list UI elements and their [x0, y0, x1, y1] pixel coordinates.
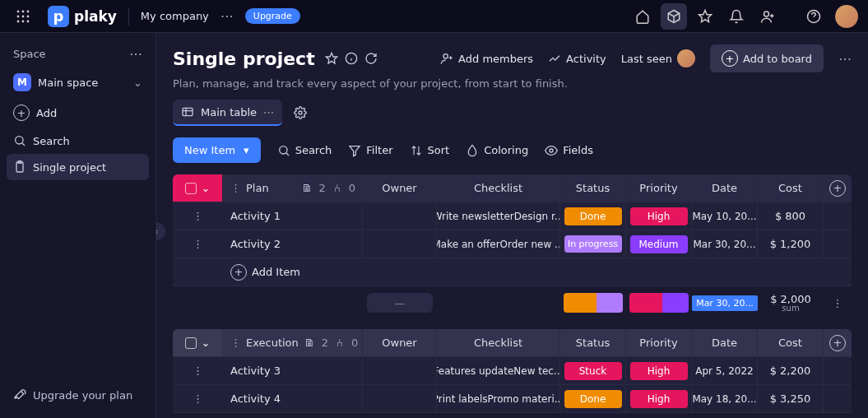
toolbar-filter[interactable]: Filter	[348, 144, 392, 157]
group-select[interactable]: ⌄	[173, 174, 222, 202]
cell-checklist[interactable]: Write newsletterDesign r...	[437, 202, 560, 230]
new-item-button[interactable]: New Item ▾	[173, 137, 261, 163]
plus-icon: +	[230, 264, 247, 281]
refresh-icon[interactable]	[364, 52, 378, 65]
item-name[interactable]: Activity 4	[222, 385, 363, 412]
sidebar-item-project[interactable]: Single project	[7, 154, 149, 180]
sidebar-menu-icon[interactable]: ⋯	[129, 46, 142, 62]
bell-icon[interactable]	[723, 3, 750, 30]
table-row[interactable]: ⋮ Activity 4 Print labelsPromo materi...…	[173, 385, 852, 413]
col-date[interactable]: Date	[692, 174, 758, 202]
col-status[interactable]: Status	[560, 329, 626, 356]
col-priority[interactable]: Priority	[626, 329, 692, 356]
item-name[interactable]: Activity 2	[222, 230, 363, 258]
sidebar-collapse-button[interactable]: ‹	[156, 222, 165, 240]
col-plan[interactable]: ⋮Plan🗎2⑃0	[222, 174, 363, 202]
cell-owner[interactable]	[363, 202, 437, 230]
settings-icon[interactable]	[294, 106, 307, 119]
star-outline-icon[interactable]	[325, 52, 338, 65]
cell-cost[interactable]: $ 1,200	[758, 230, 824, 258]
col-execution[interactable]: ⋮Execution🗎2⑃0	[222, 329, 363, 356]
sidebar-upgrade[interactable]: Upgrade your plan	[7, 380, 149, 410]
cube-icon[interactable]	[661, 3, 687, 30]
cell-status[interactable]: In progress	[560, 230, 626, 258]
cell-priority[interactable]: Medium	[626, 230, 692, 258]
last-seen-avatar	[677, 49, 695, 67]
toolbar-search[interactable]: Search	[277, 144, 332, 157]
cell-date[interactable]: May 10, 20...	[692, 202, 758, 230]
svg-point-2	[27, 10, 30, 12]
toolbar-fields[interactable]: Fields	[545, 144, 593, 157]
toolbar-sort[interactable]: Sort	[410, 144, 450, 157]
help-icon[interactable]	[801, 3, 827, 30]
add-column-button[interactable]: +	[824, 174, 852, 202]
toolbar-coloring[interactable]: Coloring	[466, 144, 528, 157]
invite-icon[interactable]	[754, 3, 781, 30]
row-menu-icon[interactable]: ⋮	[186, 365, 210, 377]
cell-cost[interactable]: $ 3,250	[758, 385, 824, 412]
table-row[interactable]: ⋮ Activity 1 Write newsletterDesign r...…	[173, 202, 852, 230]
cell-checklist[interactable]: Features updateNew tec...	[437, 357, 560, 384]
cell-cost[interactable]: $ 2,200	[758, 357, 824, 384]
cell-priority[interactable]: High	[626, 202, 692, 230]
avatar[interactable]	[835, 5, 858, 28]
col-checklist[interactable]: Checklist	[437, 329, 560, 356]
board-menu-icon[interactable]: ⋯	[838, 51, 852, 67]
cell-date[interactable]: Mar 30, 20...	[692, 230, 758, 258]
row-menu-icon[interactable]: ⋮	[186, 238, 210, 250]
home-icon[interactable]	[629, 3, 656, 30]
cell-cost[interactable]: $ 800	[758, 202, 824, 230]
company-name[interactable]: My company	[141, 10, 209, 22]
cell-owner[interactable]	[363, 357, 437, 384]
chevron-down-icon[interactable]: ⌄	[202, 337, 211, 349]
company-menu-icon[interactable]: ⋯	[220, 8, 234, 24]
last-seen[interactable]: Last seen	[621, 49, 695, 67]
upgrade-button[interactable]: Upgrade	[245, 8, 300, 24]
sidebar-search-label: Search	[33, 135, 70, 147]
add-to-board-button[interactable]: + Add to board	[710, 44, 824, 72]
item-name[interactable]: Activity 3	[222, 357, 363, 384]
summary-menu-icon[interactable]: ⋮	[826, 297, 850, 309]
col-date[interactable]: Date	[692, 329, 758, 356]
col-cost[interactable]: Cost	[758, 329, 824, 356]
cell-priority[interactable]: High	[626, 357, 692, 384]
cell-checklist[interactable]: Print labelsPromo materi...	[437, 385, 560, 412]
cell-owner[interactable]	[363, 385, 437, 412]
activity-icon	[548, 52, 561, 65]
col-status[interactable]: Status	[560, 174, 626, 202]
tab-main-table[interactable]: Main table ⋯	[173, 100, 282, 126]
cell-status[interactable]: Stuck	[560, 357, 626, 384]
cell-date[interactable]: Apr 5, 2022	[692, 357, 758, 384]
col-owner[interactable]: Owner	[363, 174, 437, 202]
cell-owner[interactable]	[363, 230, 437, 258]
chevron-down-icon[interactable]: ⌄	[202, 182, 211, 194]
add-item-row[interactable]: +Add Item	[173, 258, 852, 286]
table-row[interactable]: ⋮ Activity 2 Make an offerOrder new ... …	[173, 230, 852, 258]
checkbox-icon	[185, 183, 197, 194]
table-row[interactable]: ⋮ Activity 3 Features updateNew tec... S…	[173, 357, 852, 385]
col-checklist[interactable]: Checklist	[437, 174, 560, 202]
cell-priority[interactable]: High	[626, 385, 692, 412]
cell-status[interactable]: Done	[560, 202, 626, 230]
group-select[interactable]: ⌄	[173, 329, 222, 356]
row-menu-icon[interactable]: ⋮	[186, 392, 210, 405]
info-icon[interactable]	[345, 52, 358, 65]
logo[interactable]: p plaky	[48, 6, 117, 27]
star-icon[interactable]	[692, 3, 718, 30]
activity-button[interactable]: Activity	[548, 52, 606, 65]
col-owner[interactable]: Owner	[363, 329, 437, 356]
view-menu-icon[interactable]: ⋯	[263, 106, 274, 118]
cell-checklist[interactable]: Make an offerOrder new ...	[437, 230, 560, 258]
cell-date[interactable]: May 18, 20...	[692, 385, 758, 412]
sidebar-item-add[interactable]: + Add	[7, 98, 149, 128]
col-priority[interactable]: Priority	[626, 174, 692, 202]
col-cost[interactable]: Cost	[758, 174, 824, 202]
sidebar-item-main-space[interactable]: M Main space ⌄	[7, 67, 149, 98]
sidebar-item-search[interactable]: Search	[7, 128, 149, 154]
apps-icon[interactable]	[10, 3, 36, 30]
add-members-button[interactable]: Add members	[440, 52, 533, 65]
add-column-button[interactable]: +	[824, 329, 852, 356]
row-menu-icon[interactable]: ⋮	[186, 210, 210, 222]
cell-status[interactable]: Done	[560, 385, 626, 412]
item-name[interactable]: Activity 1	[222, 202, 363, 230]
